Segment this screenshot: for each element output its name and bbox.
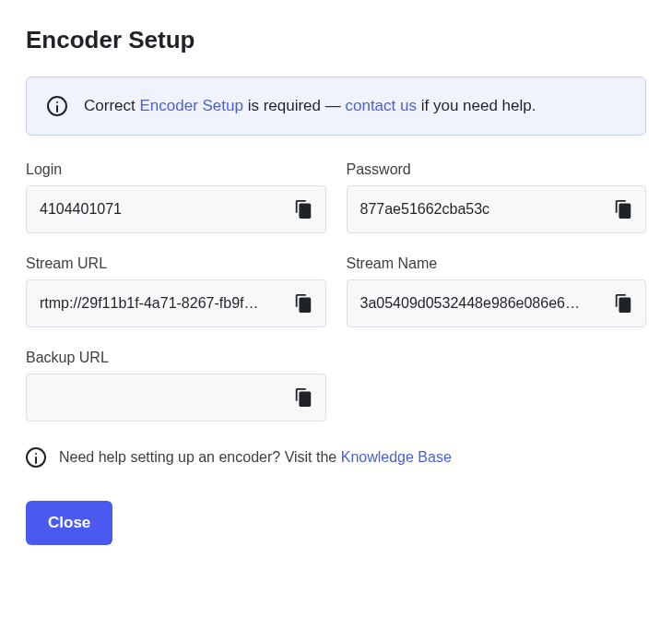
stream-name-label: Stream Name (347, 255, 647, 272)
backup-url-box (26, 374, 326, 421)
login-box: 4104401071 (26, 185, 326, 233)
stream-url-box: rtmp://29f11b1f-4a71-8267-fb9f… (26, 279, 326, 327)
contact-us-link[interactable]: contact us (345, 97, 417, 114)
help-text: Need help setting up an encoder? Visit t… (59, 449, 341, 465)
copy-icon (613, 199, 633, 220)
copy-icon (293, 199, 313, 220)
copy-icon (293, 293, 313, 314)
password-value: 877ae51662cba53c (360, 201, 604, 218)
login-value: 4104401071 (40, 201, 283, 218)
page-title: Encoder Setup (26, 26, 646, 54)
info-banner: Correct Encoder Setup is required — cont… (26, 77, 646, 136)
copy-backup-url-button[interactable] (290, 385, 316, 410)
fields-grid: Login 4104401071 Password 877ae51662cba5… (26, 161, 646, 421)
backup-url-label: Backup URL (26, 350, 326, 366)
help-row: Need help setting up an encoder? Visit t… (26, 447, 646, 468)
copy-login-button[interactable] (290, 196, 316, 222)
password-field: Password 877ae51662cba53c (347, 161, 647, 233)
login-field: Login 4104401071 (26, 161, 326, 233)
copy-icon (293, 387, 313, 408)
banner-text-post: if you need help. (417, 97, 536, 114)
close-button[interactable]: Close (26, 501, 112, 545)
info-icon (47, 96, 67, 116)
copy-password-button[interactable] (610, 196, 636, 222)
stream-name-value: 3a05409d0532448e986e086e6… (360, 295, 604, 312)
banner-text-mid: is required — (243, 97, 346, 114)
stream-name-box: 3a05409d0532448e986e086e6… (347, 279, 647, 327)
stream-name-field: Stream Name 3a05409d0532448e986e086e6… (347, 255, 647, 327)
copy-stream-name-button[interactable] (610, 291, 636, 316)
copy-icon (613, 293, 633, 314)
help-text-wrapper: Need help setting up an encoder? Visit t… (59, 449, 452, 466)
info-icon (26, 447, 46, 468)
knowledge-base-link[interactable]: Knowledge Base (341, 449, 452, 465)
stream-url-label: Stream URL (26, 255, 326, 272)
password-label: Password (347, 161, 647, 178)
banner-text-pre: Correct (84, 97, 139, 114)
login-label: Login (26, 161, 326, 178)
stream-url-field: Stream URL rtmp://29f11b1f-4a71-8267-fb9… (26, 255, 326, 327)
backup-url-field: Backup URL (26, 350, 326, 421)
banner-text: Correct Encoder Setup is required — cont… (84, 97, 536, 115)
password-box: 877ae51662cba53c (347, 185, 647, 233)
encoder-setup-link[interactable]: Encoder Setup (139, 97, 242, 114)
copy-stream-url-button[interactable] (290, 291, 316, 316)
stream-url-value: rtmp://29f11b1f-4a71-8267-fb9f… (40, 295, 283, 312)
